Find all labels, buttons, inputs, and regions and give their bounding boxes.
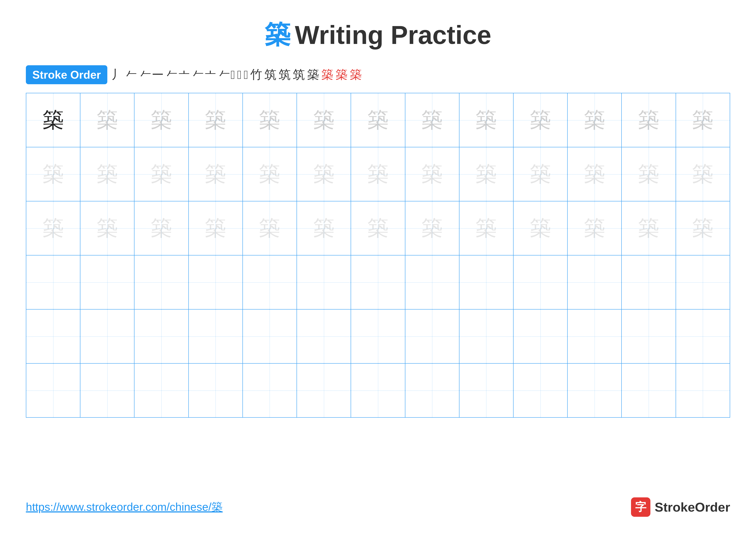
grid-cell-r1c5: 築 (243, 93, 297, 147)
grid-cell-r3c13: 築 (676, 201, 730, 255)
grid-cell-r3c4: 築 (189, 201, 243, 255)
grid-cell-r5c7[interactable] (351, 309, 405, 363)
grid-cell-r1c10: 築 (513, 93, 567, 147)
grid-cell-r6c5[interactable] (243, 363, 297, 418)
grid-cell-r2c12: 築 (622, 147, 676, 201)
grid-cell-r5c11[interactable] (567, 309, 622, 363)
grid-cell-r3c8: 築 (405, 201, 459, 255)
grid-cell-r1c3: 築 (134, 93, 188, 147)
stroke-steps: 丿 𠂉 𠂉一 𠂉亠 𠂉亠 𠂉𠂊 𠂊 𠫔 竹 筑 筑 筑 築 築 築 築 (111, 66, 362, 83)
grid-cell-r1c1: 築 (26, 93, 80, 147)
grid-cell-r6c3[interactable] (134, 363, 188, 418)
grid-cell-r1c9: 築 (459, 93, 513, 147)
grid-cell-r4c2[interactable] (80, 255, 134, 309)
grid-cell-r6c2[interactable] (80, 363, 134, 418)
grid-cell-r4c9[interactable] (459, 255, 513, 309)
grid-cell-r3c1: 築 (26, 201, 80, 255)
grid-cell-r4c7[interactable] (351, 255, 405, 309)
footer-brand: 字 StrokeOrder (631, 497, 730, 517)
grid-cell-r3c9: 築 (459, 201, 513, 255)
grid-cell-r5c5[interactable] (243, 309, 297, 363)
grid-cell-r5c13[interactable] (676, 309, 730, 363)
stroke-16: 築 (350, 66, 362, 83)
grid-cell-r4c10[interactable] (513, 255, 567, 309)
footer-brand-name: StrokeOrder (655, 500, 730, 515)
grid-row-5 (26, 309, 730, 363)
stroke-6: 𠂉𠂊 (219, 68, 235, 82)
grid-cell-r6c8[interactable] (405, 363, 459, 418)
grid-cell-r6c10[interactable] (513, 363, 567, 418)
stroke-13: 築 (307, 66, 319, 83)
stroke-4: 𠂉亠 (166, 68, 190, 82)
char-solid: 築 (42, 108, 64, 132)
grid-cell-r2c2: 築 (80, 147, 134, 201)
grid-cell-r6c7[interactable] (351, 363, 405, 418)
grid-cell-r4c5[interactable] (243, 255, 297, 309)
stroke-11: 筑 (279, 66, 291, 83)
stroke-10: 筑 (264, 66, 277, 83)
grid-cell-r3c2: 築 (80, 201, 134, 255)
grid-cell-r3c5: 築 (243, 201, 297, 255)
grid-cell-r5c1[interactable] (26, 309, 80, 363)
grid-cell-r2c7: 築 (351, 147, 405, 201)
grid-cell-r3c11: 築 (567, 201, 622, 255)
grid-cell-r1c8: 築 (405, 93, 459, 147)
grid-row-2: 築 築 築 築 築 築 築 築 築 築 築 築 築 (26, 147, 730, 201)
stroke-1: 丿 (111, 66, 123, 83)
page-title: 築 Writing Practice (265, 17, 491, 52)
stroke-7: 𠂊 (237, 68, 241, 82)
grid-cell-r2c3: 築 (134, 147, 188, 201)
footer-logo-char: 字 (635, 499, 646, 515)
grid-cell-r5c4[interactable] (189, 309, 243, 363)
grid-row-3: 築 築 築 築 築 築 築 築 築 築 築 築 築 (26, 201, 730, 255)
stroke-15: 築 (336, 66, 348, 83)
practice-grid: 築 築 築 築 築 築 築 築 築 築 築 築 築 築 築 築 築 築 築 築 … (26, 93, 730, 418)
grid-cell-r3c10: 築 (513, 201, 567, 255)
grid-cell-r4c12[interactable] (622, 255, 676, 309)
grid-cell-r1c6: 築 (297, 93, 351, 147)
grid-cell-r1c13: 築 (676, 93, 730, 147)
stroke-order-row: Stroke Order 丿 𠂉 𠂉一 𠂉亠 𠂉亠 𠂉𠂊 𠂊 𠫔 竹 筑 筑 筑… (26, 65, 730, 84)
grid-cell-r3c3: 築 (134, 201, 188, 255)
grid-cell-r2c13: 築 (676, 147, 730, 201)
grid-cell-r2c11: 築 (567, 147, 622, 201)
grid-cell-r5c3[interactable] (134, 309, 188, 363)
grid-row-4 (26, 255, 730, 309)
grid-cell-r5c8[interactable] (405, 309, 459, 363)
grid-cell-r4c13[interactable] (676, 255, 730, 309)
grid-cell-r2c6: 築 (297, 147, 351, 201)
stroke-2: 𠂉 (125, 68, 138, 82)
grid-cell-r6c12[interactable] (622, 363, 676, 418)
grid-cell-r3c7: 築 (351, 201, 405, 255)
grid-cell-r4c1[interactable] (26, 255, 80, 309)
grid-cell-r6c9[interactable] (459, 363, 513, 418)
footer-url[interactable]: https://www.strokeorder.com/chinese/築 (26, 499, 223, 515)
grid-cell-r6c1[interactable] (26, 363, 80, 418)
stroke-8: 𠫔 (244, 68, 248, 82)
grid-cell-r1c4: 築 (189, 93, 243, 147)
grid-cell-r5c9[interactable] (459, 309, 513, 363)
grid-cell-r6c6[interactable] (297, 363, 351, 418)
grid-cell-r6c4[interactable] (189, 363, 243, 418)
grid-cell-r2c4: 築 (189, 147, 243, 201)
grid-cell-r2c9: 築 (459, 147, 513, 201)
grid-cell-r5c10[interactable] (513, 309, 567, 363)
grid-cell-r4c6[interactable] (297, 255, 351, 309)
grid-cell-r4c8[interactable] (405, 255, 459, 309)
grid-cell-r5c6[interactable] (297, 309, 351, 363)
grid-cell-r4c11[interactable] (567, 255, 622, 309)
grid-row-1: 築 築 築 築 築 築 築 築 築 築 築 築 築 (26, 93, 730, 147)
grid-cell-r4c3[interactable] (134, 255, 188, 309)
grid-row-6 (26, 363, 730, 418)
title-chinese-char: 築 (265, 17, 290, 52)
grid-cell-r5c12[interactable] (622, 309, 676, 363)
grid-cell-r2c10: 築 (513, 147, 567, 201)
stroke-3: 𠂉一 (140, 68, 164, 82)
stroke-5: 𠂉亠 (192, 68, 216, 82)
grid-cell-r5c2[interactable] (80, 309, 134, 363)
grid-cell-r4c4[interactable] (189, 255, 243, 309)
grid-cell-r1c2: 築 (80, 93, 134, 147)
grid-cell-r6c13[interactable] (676, 363, 730, 418)
grid-cell-r6c11[interactable] (567, 363, 622, 418)
grid-cell-r1c7: 築 (351, 93, 405, 147)
